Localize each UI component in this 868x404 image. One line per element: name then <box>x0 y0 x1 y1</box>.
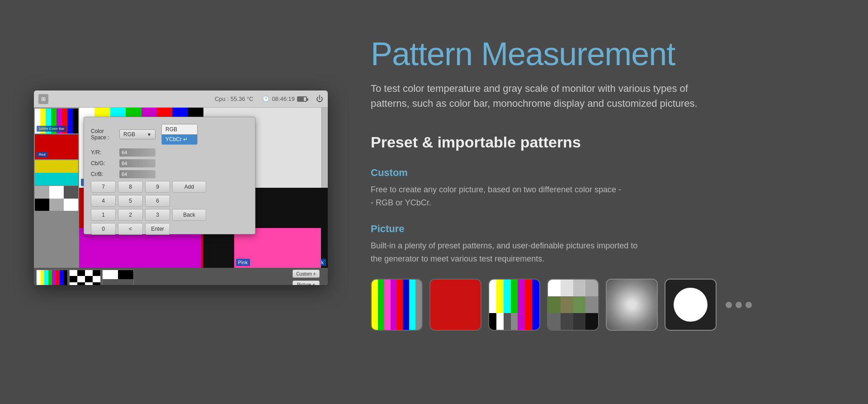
more-dots-indicator <box>726 302 752 308</box>
custom-feature-title: Custom <box>371 167 814 179</box>
num-9[interactable]: 9 <box>145 181 170 193</box>
title-bar-left: ⊞ <box>38 94 48 104</box>
pattern-sidebar: 100% Color Bar Red <box>34 108 79 268</box>
num-0[interactable]: 0 <box>91 223 116 235</box>
num-enter[interactable]: Enter <box>145 223 170 235</box>
num-7[interactable]: 7 <box>91 181 116 193</box>
cpu-temp-label: Cpu : 55.36 °C <box>215 95 253 102</box>
pattern-row <box>371 279 814 331</box>
pattern-card-mixed[interactable] <box>488 279 540 331</box>
cyan-block <box>35 173 78 185</box>
picture-label: Picture <box>297 282 311 285</box>
num-8[interactable]: 8 <box>118 181 143 193</box>
crb-row: Cr/B: 64 <box>91 170 248 178</box>
thumb-mini-3[interactable] <box>102 270 134 285</box>
gray-grid-pattern <box>548 280 598 330</box>
time-display: 08:46:19 <box>272 95 295 102</box>
dot-2 <box>736 302 742 308</box>
num-2[interactable]: 2 <box>118 209 143 221</box>
yr-label: Y/R: <box>91 149 116 156</box>
custom-button[interactable]: Custom + <box>292 270 320 278</box>
main-display: 100% Color Bar Red Black <box>79 108 328 268</box>
numpad-row-3: 1 2 3 Back <box>91 209 248 221</box>
num-5[interactable]: 5 <box>118 195 143 207</box>
mixed-bars-pattern <box>489 280 539 330</box>
vert-bars-pattern <box>372 280 422 330</box>
color-space-dropdown[interactable]: RGB ▼ <box>119 129 156 139</box>
picture-button[interactable]: Picture + <box>292 280 320 285</box>
scrollbar[interactable] <box>321 108 328 188</box>
page-subtitle: To test color temperature and gray scale… <box>371 81 710 111</box>
battery-fill <box>298 97 304 101</box>
bw-pattern <box>103 270 133 285</box>
num-3[interactable]: 3 <box>145 209 170 221</box>
window-icon: ⊞ <box>38 94 48 104</box>
numpad-row-1: 7 8 9 Add <box>91 181 248 193</box>
numpad-row-2: 4 5 6 <box>91 195 248 207</box>
cbg-label: Cb/G: <box>91 160 116 166</box>
app-content: 100% Color Bar Red <box>34 108 328 268</box>
radial-gradient-pattern <box>607 280 657 330</box>
thumb-mini-2[interactable] <box>69 270 101 285</box>
pattern-card-colorbars[interactable] <box>371 279 423 331</box>
back-button[interactable]: Back <box>172 209 206 221</box>
right-panel: Pattern Measurement To test color temper… <box>344 23 841 344</box>
yellow-block <box>35 160 78 173</box>
add-button[interactable]: Add <box>172 181 206 193</box>
thumb-mini-1[interactable] <box>36 270 68 285</box>
option-rgb[interactable]: RGB <box>162 124 197 134</box>
pattern-card-circle[interactable] <box>665 279 717 331</box>
power-icon[interactable]: ⏻ <box>316 95 323 103</box>
battery-icon <box>297 96 307 102</box>
num-1[interactable]: 1 <box>91 209 116 221</box>
numpad: 7 8 9 Add 4 5 6 1 2 3 <box>91 181 248 235</box>
yr-row: Y/R: 64 <box>91 148 248 157</box>
pattern-card-radial[interactable] <box>606 279 658 331</box>
cbg-row: Cb/G: 64 <box>91 159 248 167</box>
custom-feature-desc: Free to create any color picture, based … <box>371 183 665 209</box>
color-space-menu[interactable]: RGB YCbCr ↵ <box>161 124 198 145</box>
color-space-value: RGB <box>123 131 135 138</box>
num-4[interactable]: 4 <box>91 195 116 207</box>
page-title: Pattern Measurement <box>371 36 814 72</box>
thumb-strip: Custom + Picture + <box>34 268 328 285</box>
pink-quad-label: Pink <box>236 259 250 266</box>
dot-1 <box>726 302 732 308</box>
crb-slider[interactable]: 64 <box>119 170 156 178</box>
mixed-pattern <box>35 186 78 211</box>
colorbar-label: 100% Color Bar <box>37 126 66 132</box>
dropdown-arrow-icon: ▼ <box>147 132 151 137</box>
crb-label: Cr/B: <box>91 171 116 177</box>
stripe-black <box>73 109 78 133</box>
checker-pattern <box>70 270 100 285</box>
numpad-row-4: 0 < Enter <box>91 223 248 235</box>
title-bar-center: Cpu : 55.36 °C 🕐 08:46:19 ⏻ <box>215 95 323 103</box>
app-window: ⊞ Cpu : 55.36 °C 🕐 08:46:19 ⏻ <box>34 90 328 285</box>
pattern-card-red[interactable] <box>429 279 481 331</box>
num-less[interactable]: < <box>118 223 143 235</box>
red-label: Red <box>37 152 48 157</box>
num-6[interactable]: 6 <box>145 195 170 207</box>
section-title: Preset & importable patterns <box>371 133 814 151</box>
pattern-card-grayscale[interactable] <box>547 279 599 331</box>
crb-value: 64 <box>122 171 127 177</box>
option-ycbcr[interactable]: YCbCr ↵ <box>162 134 197 144</box>
color-dialog[interactable]: Color Space : RGB ▼ RGB YCbCr ↵ Y <box>84 117 255 234</box>
white-circle <box>674 288 708 322</box>
pattern-thumb-yellow[interactable] <box>35 160 78 185</box>
mini-colorbar-1 <box>37 270 67 285</box>
yr-value: 64 <box>122 150 127 155</box>
pattern-thumb-mixed[interactable] <box>35 186 78 211</box>
yr-slider[interactable]: 64 <box>119 148 156 157</box>
custom-plus-icon: + <box>313 271 316 276</box>
color-space-label: Color Space : <box>91 128 116 141</box>
clock-icon: 🕐 <box>262 95 269 102</box>
white-circle-pattern <box>665 280 716 330</box>
picture-feature-desc: Built-in a plenty of preset patterns, an… <box>371 239 665 266</box>
clock-info: 🕐 08:46:19 <box>262 95 307 102</box>
pattern-thumb-red[interactable]: Red <box>35 134 78 159</box>
cbg-slider[interactable]: 64 <box>119 159 156 167</box>
custom-label: Custom <box>296 271 311 276</box>
pattern-thumb-colorbar[interactable]: 100% Color Bar <box>35 109 78 133</box>
title-bar: ⊞ Cpu : 55.36 °C 🕐 08:46:19 ⏻ <box>34 90 328 108</box>
